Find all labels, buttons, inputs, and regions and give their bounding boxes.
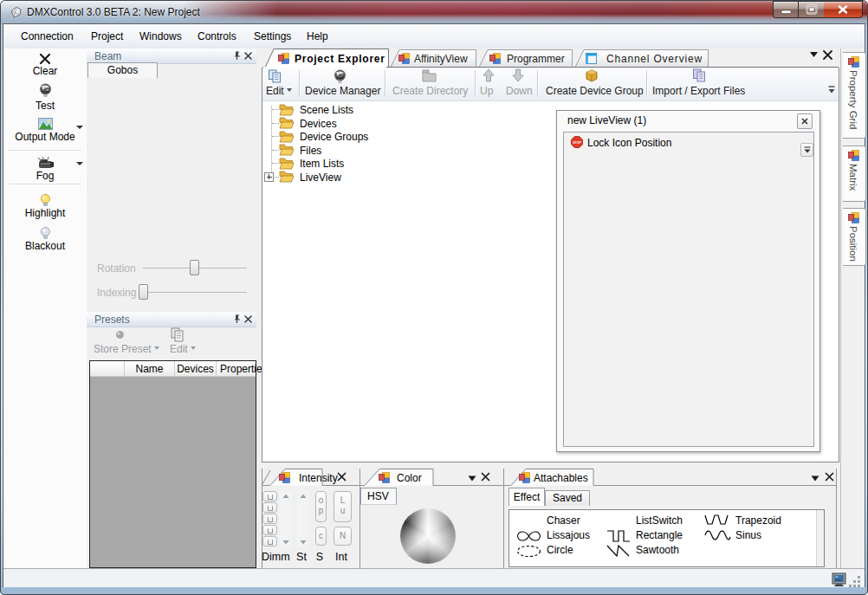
svg-text:STOP: STOP	[573, 141, 581, 145]
